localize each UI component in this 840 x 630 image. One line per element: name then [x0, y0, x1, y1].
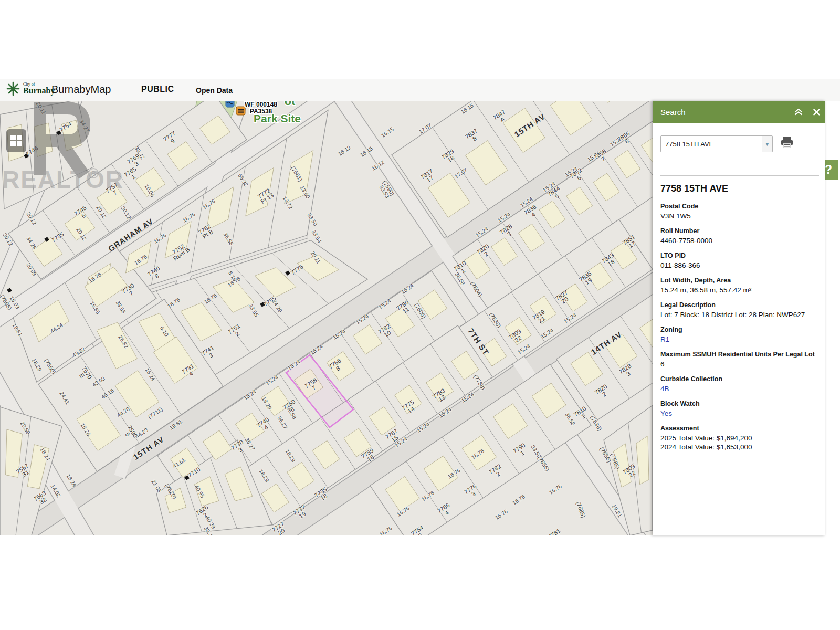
field-value: 4460-7758-0000	[660, 236, 820, 245]
svg-text:?: ?	[825, 163, 832, 176]
map-area[interactable]: 20.1220.1220.1220.1220.1210.0633.4234.27…	[0, 101, 653, 536]
field-value: 2025 Total Value: $1,694,200	[660, 434, 820, 443]
field-block-watch: Block WatchYes	[660, 400, 820, 418]
burnaby-tree-icon	[5, 81, 21, 97]
park-name-fragment: ot	[285, 101, 296, 108]
panel-title: Search	[660, 108, 790, 117]
city-of-burnaby-logo[interactable]: City of Burnaby	[5, 81, 55, 97]
park-name-label: Park Site	[254, 112, 301, 124]
search-input[interactable]	[661, 136, 762, 152]
grid-icon	[9, 134, 23, 148]
panel-divider	[660, 175, 819, 176]
app-header: City of Burnaby BurnabyMap PUBLIC Open D…	[0, 79, 840, 101]
svg-text:R: R	[91, 170, 96, 177]
field-value: 011-886-366	[660, 261, 820, 270]
field-label: LTO PID	[660, 252, 820, 259]
field-value: 6	[660, 360, 820, 369]
logo-burnaby: Burnaby	[23, 87, 55, 95]
search-panel-header: Search	[653, 101, 825, 123]
park-bench-icon	[236, 107, 245, 115]
field-lot-width-depth-area: Lot Width, Depth, Area15.24 m, 36.58 m, …	[660, 277, 820, 295]
field-label: Curbside Collection	[660, 375, 820, 383]
field-label: Zoning	[660, 326, 820, 333]
park-wf-label: WF 000148	[245, 101, 277, 108]
field-lto-pid: LTO PID011-886-366	[660, 252, 820, 270]
field-label: Lot Width, Depth, Area	[660, 277, 820, 284]
field-maximum-ssmuh-residential-units-per-legal-lot: Maximum SSMUH Residential Units Per Lega…	[660, 351, 820, 369]
field-curbside-collection: Curbside Collection4B	[660, 375, 820, 393]
print-result-button[interactable]	[780, 136, 794, 151]
result-title: 7758 15TH AVE	[660, 183, 728, 194]
public-mode-label: PUBLIC	[141, 85, 174, 94]
printer-icon	[780, 136, 794, 149]
field-label: Block Watch	[660, 400, 820, 407]
field-value: V3N 1W5	[660, 212, 820, 220]
collapse-panel-button[interactable]	[790, 101, 807, 123]
field-roll-number: Roll Number4460-7758-0000	[660, 227, 820, 245]
burnabymap-app: { "header": { "logo_city": "City of", "l…	[0, 0, 840, 630]
search-panel-body: ▼ 7758 15TH AVE Postal CodeV3N 1W5Roll N…	[653, 123, 825, 536]
field-value: Lot: 7 Block: 18 District Lot: 28 Plan: …	[660, 310, 820, 319]
svg-text:REALTOR: REALTOR	[2, 166, 124, 193]
field-value: 15.24 m, 36.58 m, 557.42 m²	[660, 286, 820, 295]
close-panel-button[interactable]	[807, 101, 825, 123]
field-label: Assessment	[660, 425, 820, 432]
basemap-grid-button[interactable]	[6, 129, 26, 152]
water-feature-icon	[226, 101, 234, 107]
field-zoning: ZoningR1	[660, 326, 820, 344]
app-title: BurnabyMap	[51, 83, 111, 96]
field-label: Postal Code	[660, 203, 820, 210]
result-fields: Postal CodeV3N 1W5Roll Number4460-7758-0…	[660, 203, 820, 458]
map-canvas[interactable]: 20.1220.1220.1220.1220.1210.0633.4234.27…	[0, 101, 653, 536]
field-label: Maximum SSMUH Residential Units Per Lega…	[660, 351, 820, 358]
chevron-double-up-icon	[794, 108, 803, 116]
menu-open-data[interactable]: Open Data	[196, 86, 233, 94]
field-value-link[interactable]: 4B	[660, 384, 820, 393]
search-combobox: ▼	[660, 135, 773, 152]
field-legal-description: Legal DescriptionLot: 7 Block: 18 Distri…	[660, 301, 820, 319]
combo-dropdown-button[interactable]: ▼	[762, 136, 772, 152]
field-label: Legal Description	[660, 301, 820, 309]
field-postal-code: Postal CodeV3N 1W5	[660, 203, 820, 220]
field-value: 2024 Total Value: $1,653,000	[660, 443, 820, 452]
field-label: Roll Number	[660, 227, 820, 235]
field-assessment: Assessment2025 Total Value: $1,694,20020…	[660, 425, 820, 452]
field-value-link[interactable]: R1	[660, 335, 820, 344]
field-value-link[interactable]: Yes	[660, 409, 820, 418]
search-panel: Search ▼	[653, 101, 825, 536]
close-icon	[813, 109, 820, 116]
